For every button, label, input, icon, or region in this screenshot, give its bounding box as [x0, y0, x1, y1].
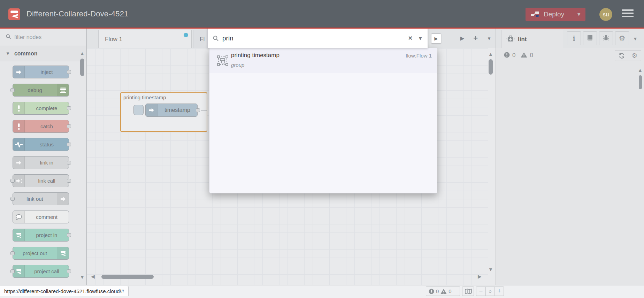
palette-node-project-in[interactable]: project in: [13, 229, 69, 242]
error-circle-icon: [504, 52, 510, 59]
palette-node-comment[interactable]: comment: [13, 211, 69, 223]
output-port[interactable]: [196, 108, 200, 112]
medkit-icon: [506, 35, 515, 44]
wire: [201, 110, 207, 110]
header: Different-Collared-Dove-4521 Deploy ▼ su: [0, 0, 644, 29]
sidebar: lint i ⚙ ▼ 0 0 ⚙: [496, 29, 644, 285]
canvas-error-count: 0: [436, 288, 439, 294]
sidebar-scroll-up-icon[interactable]: ▲: [638, 68, 643, 72]
deploy-options-caret-icon[interactable]: ▼: [576, 12, 581, 17]
sidebar-tab-help-button[interactable]: [583, 31, 597, 45]
output-port: [67, 106, 71, 110]
bug-icon: [603, 34, 610, 43]
palette-node-catch[interactable]: catch: [13, 120, 69, 133]
navigator-button[interactable]: [462, 287, 474, 296]
deploy-label: Deploy: [544, 10, 564, 18]
canvas-warning-count: 0: [449, 288, 451, 294]
sidebar-divider[interactable]: [496, 29, 496, 298]
sidebar-tab-info-button[interactable]: i: [567, 31, 581, 45]
flow-list-caret-icon[interactable]: ▼: [487, 36, 491, 41]
tab-scroll-right-icon[interactable]: ▶: [460, 35, 465, 41]
output-port: [67, 124, 71, 128]
search-options-caret-icon[interactable]: ▼: [418, 36, 423, 41]
canvas-vscrollbar-thumb[interactable]: [489, 59, 493, 75]
search-icon: [6, 34, 11, 41]
canvas-scroll-left-icon[interactable]: ◀: [91, 274, 95, 279]
tab-flow-1[interactable]: Flow 1: [98, 30, 192, 48]
flowfuse-node-icon: [13, 265, 25, 277]
canvas-scroll-right-icon[interactable]: ▶: [478, 274, 482, 279]
comment-bubble-icon: [13, 211, 25, 223]
palette-node-link-out[interactable]: link out: [13, 192, 69, 205]
lint-error-count: 0: [512, 52, 515, 59]
browser-status-url: https://different-collared-dove-4521.flo…: [0, 286, 129, 296]
sidebar-tab-config-button[interactable]: ⚙: [615, 31, 629, 45]
user-avatar[interactable]: su: [599, 8, 612, 21]
lint-actions: ⚙: [615, 50, 641, 61]
output-port: [67, 70, 71, 74]
canvas-hscrollbar-thumb[interactable]: [101, 275, 154, 279]
palette-node-project-out[interactable]: project out: [13, 247, 69, 260]
palette-filter-placeholder: filter nodes: [14, 34, 41, 40]
palette-node-status[interactable]: status: [13, 138, 69, 151]
search-expand-button[interactable]: ▶: [431, 33, 441, 44]
canvas-scroll-down-icon[interactable]: ▼: [488, 267, 493, 272]
sidebar-menu-caret-icon[interactable]: ▼: [633, 36, 638, 41]
palette-filter[interactable]: filter nodes: [0, 29, 86, 46]
zoom-in-button[interactable]: +: [495, 287, 504, 296]
main-menu-button[interactable]: [622, 9, 634, 19]
zoom-reset-button[interactable]: ○: [485, 287, 495, 296]
zoom-controls: − ○ +: [476, 286, 504, 296]
sidebar-header: lint i ⚙ ▼: [496, 29, 644, 48]
search-result-item[interactable]: printing timestamp group flow:Flow 1: [209, 48, 437, 73]
sidebar-tab-debug-button[interactable]: [599, 31, 613, 45]
palette-divider[interactable]: [86, 29, 87, 298]
sidebar-scrollbar-thumb[interactable]: [639, 75, 642, 89]
search-results-panel: printing timestamp group flow:Flow 1: [209, 48, 437, 193]
canvas-issue-counts[interactable]: 0 0: [426, 287, 454, 296]
node-timestamp[interactable]: timestamp: [145, 104, 198, 117]
output-port: [67, 233, 71, 237]
link-arrow-icon: [57, 193, 69, 205]
palette-node-inject[interactable]: inject: [13, 66, 69, 78]
palette-node-project-call[interactable]: project call: [13, 265, 69, 278]
input-port: [10, 88, 15, 92]
refresh-button[interactable]: [615, 51, 628, 61]
palette-scroll-up-icon[interactable]: ▲: [80, 51, 85, 56]
menu-bar: [622, 9, 634, 11]
sidebar-tab-lint[interactable]: lint: [501, 30, 563, 48]
deploy-button[interactable]: Deploy ▼: [526, 8, 585, 21]
menu-bar: [622, 16, 634, 17]
output-port: [67, 143, 71, 146]
palette-node-complete[interactable]: complete: [13, 102, 69, 115]
warning-triangle-icon: [440, 289, 447, 294]
node-palette: filter nodes ▼ common inject debug compl…: [0, 29, 86, 285]
zoom-out-button[interactable]: −: [476, 287, 485, 296]
palette-scrollbar-thumb[interactable]: [80, 59, 84, 76]
info-icon: i: [573, 35, 575, 43]
lint-settings-button[interactable]: ⚙: [628, 51, 641, 61]
search-dialog: prin × ▼: [207, 29, 428, 48]
navigator-button-group: [462, 286, 474, 296]
exclamation-icon: [13, 120, 25, 132]
palette-category-common[interactable]: ▼ common: [0, 46, 86, 61]
canvas-scroll-up-icon[interactable]: ▲: [488, 52, 493, 56]
flowfuse-node-icon: [57, 247, 69, 259]
error-circle-icon: [429, 289, 434, 294]
inject-trigger-button[interactable]: [133, 105, 144, 115]
flowfuse-node-icon: [13, 229, 25, 241]
palette-scroll-down-icon[interactable]: ▼: [80, 275, 85, 280]
flowfuse-logo-icon: [8, 8, 20, 20]
palette-node-link-in[interactable]: link in: [13, 156, 69, 169]
link-call-icon: [13, 175, 25, 187]
add-flow-button[interactable]: +: [473, 34, 478, 43]
chevron-down-icon: ▼: [6, 51, 10, 56]
group-label: printing timestamp: [123, 94, 166, 100]
result-location: flow:Flow 1: [406, 53, 432, 59]
debug-lines-icon: [57, 84, 69, 96]
palette-node-debug[interactable]: debug: [13, 84, 69, 97]
palette-node-link-call[interactable]: link call: [13, 174, 69, 187]
search-input[interactable]: prin: [222, 35, 408, 42]
lint-warning-count: 0: [530, 52, 533, 59]
clear-search-icon[interactable]: ×: [408, 34, 412, 42]
